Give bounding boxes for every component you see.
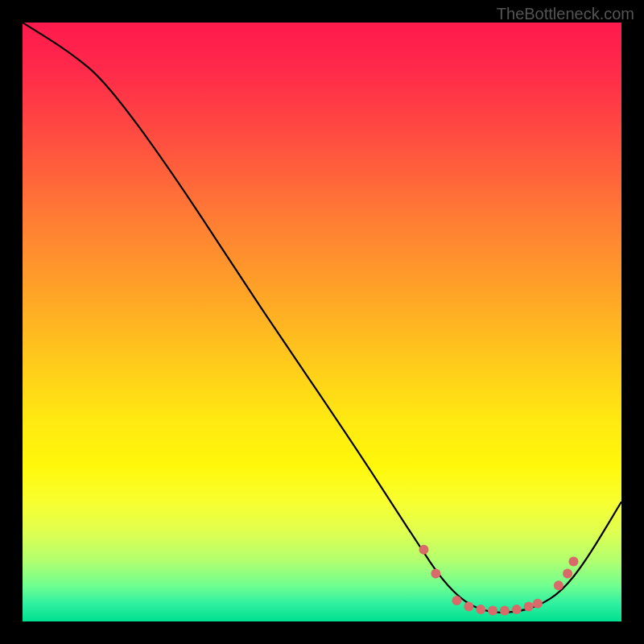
data-marker xyxy=(500,606,510,616)
chart-svg xyxy=(23,23,621,621)
data-marker xyxy=(488,606,497,616)
data-marker xyxy=(419,545,428,555)
data-marker xyxy=(452,596,461,605)
data-marker xyxy=(554,580,564,590)
data-marker xyxy=(431,568,440,578)
watermark-text: TheBottleneck.com xyxy=(497,5,634,23)
data-marker xyxy=(512,605,522,614)
data-marker xyxy=(563,568,572,578)
data-marker xyxy=(476,605,485,614)
data-marker xyxy=(464,601,473,611)
data-marker xyxy=(568,557,578,567)
data-marker xyxy=(533,599,543,609)
plot-area xyxy=(23,23,621,621)
curve-path xyxy=(23,23,621,613)
data-marker xyxy=(524,601,534,611)
